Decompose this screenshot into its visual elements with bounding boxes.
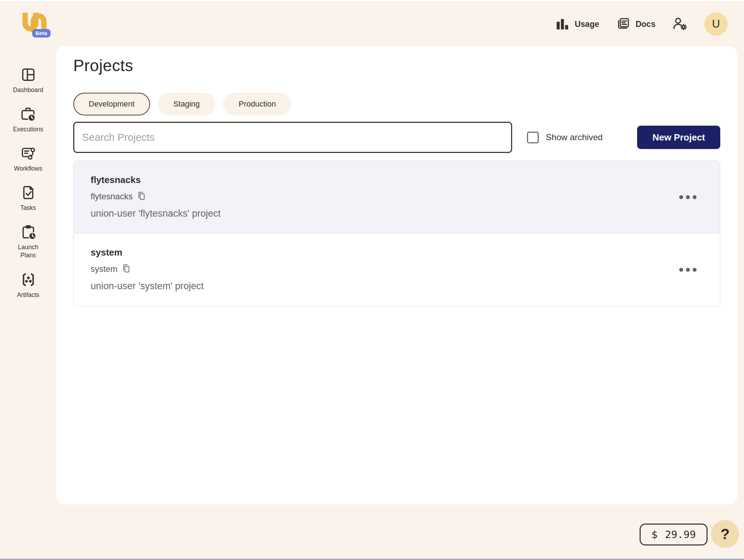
usage-bar-chart-icon: [555, 17, 570, 32]
sidebar-label: Launch Plans: [13, 243, 44, 259]
search-row: Show archived New Project: [73, 122, 720, 153]
workflows-icon: [20, 145, 36, 161]
bottom-accent-bar: [0, 559, 744, 560]
question-mark-icon: ?: [721, 526, 730, 543]
user-avatar[interactable]: U: [704, 12, 728, 36]
help-button[interactable]: ?: [711, 520, 739, 548]
usage-label: Usage: [575, 19, 599, 29]
docs-button[interactable]: Docs: [616, 17, 656, 32]
project-description: union-user 'flytesnacks' project: [91, 208, 703, 219]
sidebar-item-tasks[interactable]: Tasks: [20, 184, 36, 212]
new-project-button[interactable]: New Project: [637, 126, 720, 149]
sidebar-item-executions[interactable]: Executions: [13, 106, 44, 133]
launch-plans-clipboard-clock-icon: [20, 224, 36, 240]
sidebar-label: Artifacts: [17, 291, 39, 299]
tab-development[interactable]: Development: [73, 93, 150, 115]
usage-button[interactable]: Usage: [555, 17, 599, 32]
dashboard-icon: [20, 67, 36, 83]
sidebar-item-workflows[interactable]: Workflows: [14, 145, 42, 173]
ellipsis-icon: [679, 195, 683, 199]
copy-project-id-button[interactable]: [136, 191, 146, 202]
sidebar-label: Workflows: [14, 165, 42, 173]
tasks-document-check-icon: [20, 184, 36, 201]
domain-tabs: Development Staging Production: [73, 93, 720, 115]
project-id: system: [91, 264, 118, 274]
project-menu-button[interactable]: [676, 264, 700, 275]
tab-staging[interactable]: Staging: [158, 93, 216, 115]
sidebar-nav: Dashboard Executions Workflows: [0, 67, 56, 311]
avatar-initial: U: [712, 18, 720, 30]
dollar-sign: $: [651, 528, 657, 541]
docs-icon: [616, 17, 630, 32]
manage-account-button[interactable]: [672, 16, 688, 33]
credits-button[interactable]: $ 29.99: [640, 524, 708, 545]
project-name: flytesnacks: [91, 175, 703, 185]
project-name: system: [91, 247, 703, 258]
project-row-system[interactable]: system system union-user 'system' projec…: [74, 233, 720, 306]
main-panel: Projects Development Staging Production …: [56, 46, 737, 504]
sidebar-item-artifacts[interactable]: Artifacts: [17, 272, 39, 299]
artifacts-cubes-icon: [20, 272, 36, 288]
show-archived-label[interactable]: Show archived: [546, 132, 603, 142]
union-logo[interactable]: Beta: [20, 10, 54, 40]
project-row-flytesnacks[interactable]: flytesnacks flytesnacks union-user 'flyt…: [74, 161, 720, 233]
project-menu-button[interactable]: [676, 192, 700, 203]
page-title: Projects: [73, 56, 720, 75]
sidebar-item-launch-plans[interactable]: Launch Plans: [13, 224, 44, 259]
sidebar-label: Executions: [13, 125, 44, 133]
project-description: union-user 'system' project: [91, 281, 703, 292]
show-archived-checkbox[interactable]: [527, 132, 539, 143]
ellipsis-icon: [679, 268, 683, 272]
projects-list: flytesnacks flytesnacks union-user 'flyt…: [73, 161, 720, 306]
tab-production[interactable]: Production: [223, 93, 291, 115]
search-input[interactable]: [73, 122, 512, 153]
top-strip: [0, 0, 744, 2]
copy-project-id-button[interactable]: [121, 264, 131, 274]
header-actions: Usage Docs: [555, 11, 728, 37]
sidebar-label: Dashboard: [13, 86, 44, 94]
copy-icon: [121, 264, 131, 274]
sidebar-item-dashboard[interactable]: Dashboard: [13, 67, 44, 94]
project-id: flytesnacks: [91, 192, 133, 201]
executions-briefcase-clock-icon: [20, 106, 36, 122]
docs-label: Docs: [636, 19, 656, 29]
credits-amount: 29.99: [665, 528, 696, 541]
beta-badge: Beta: [32, 29, 51, 38]
copy-icon: [136, 191, 146, 202]
sidebar-label: Tasks: [20, 204, 36, 212]
person-gear-icon: [672, 16, 688, 33]
